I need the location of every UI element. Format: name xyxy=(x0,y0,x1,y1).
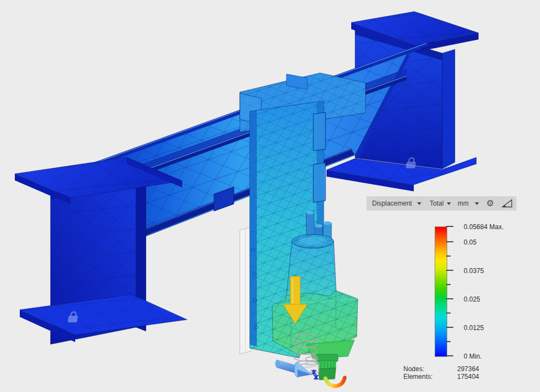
z-rail-left xyxy=(250,110,257,346)
results-toolbar: Displacement Total mm ⚙ xyxy=(367,196,516,211)
legend-max-label: 0.05684 Max. xyxy=(464,223,504,231)
caret-down-icon[interactable] xyxy=(475,202,479,205)
legend-tick xyxy=(446,284,451,285)
legend-label: 0.0375 xyxy=(464,266,484,275)
legend-tick xyxy=(446,313,451,314)
legend-tick xyxy=(446,327,453,328)
result-type-dropdown[interactable]: Displacement xyxy=(372,196,412,211)
legend-tick xyxy=(446,241,453,242)
legend-tick xyxy=(446,270,453,271)
legend-tick xyxy=(446,226,453,227)
settings-gear-icon[interactable]: ⚙ xyxy=(486,196,494,211)
result-component-dropdown[interactable]: Total xyxy=(430,196,443,211)
legend-label: 0.025 xyxy=(464,295,480,304)
legend-label: 0.05 xyxy=(464,238,476,247)
z-rail-bearing-2 xyxy=(313,163,325,202)
nodes-value: 297364 xyxy=(457,365,479,373)
elements-label: Elements: xyxy=(403,373,432,380)
legend-gradient-bar xyxy=(435,226,447,357)
legend-tick xyxy=(446,298,453,299)
legend-tick xyxy=(446,255,451,257)
simulation-viewport[interactable]: Displacement Total mm ⚙ 0.05684 Max. 0.0… xyxy=(0,0,540,392)
caret-down-icon[interactable] xyxy=(447,202,451,205)
legend-contour-icon[interactable] xyxy=(502,199,513,208)
legend-tick xyxy=(446,341,451,342)
nodes-label: Nodes: xyxy=(403,365,424,373)
z-rail-bearing-1 xyxy=(313,112,325,151)
left-leg-bottom-flange-mesh xyxy=(20,294,187,335)
right-leg-web-lip xyxy=(442,49,455,169)
spindle-cap-mesh xyxy=(292,235,334,248)
legend-min-label: 0 Min. xyxy=(464,352,482,361)
elements-value: 175404 xyxy=(457,373,479,380)
caret-down-icon[interactable] xyxy=(417,202,421,205)
legend-label: 0.0125 xyxy=(464,323,484,332)
result-unit-dropdown[interactable]: mm xyxy=(458,196,469,211)
legend-tick xyxy=(446,355,453,356)
